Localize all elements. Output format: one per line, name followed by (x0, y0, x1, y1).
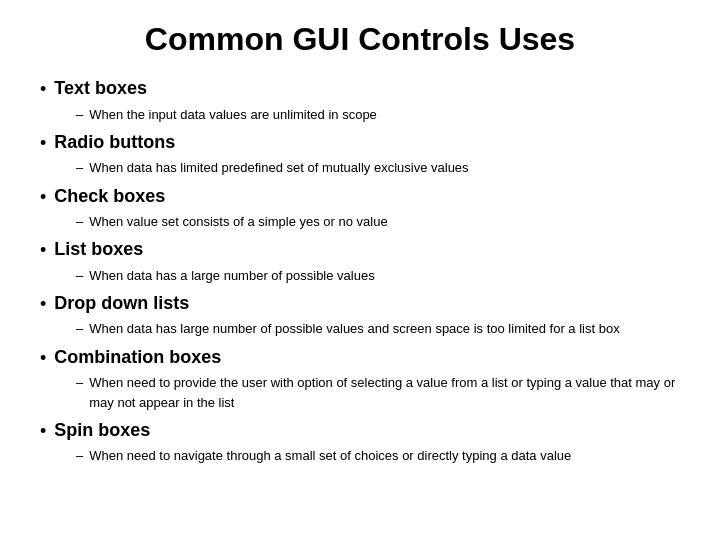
bullet-icon: • (40, 419, 46, 444)
item-label: Check boxes (54, 184, 165, 209)
sub-text: When data has a large number of possible… (89, 266, 374, 286)
item-label: Spin boxes (54, 418, 150, 443)
content-list: •Text boxes–When the input data values a… (40, 76, 680, 465)
sub-text: When the input data values are unlimited… (89, 105, 377, 125)
list-item: •Combination boxes–When need to provide … (40, 345, 680, 412)
sub-dash: – (76, 266, 83, 286)
item-label: Drop down lists (54, 291, 189, 316)
slide-title: Common GUI Controls Uses (40, 20, 680, 58)
list-item: •Text boxes–When the input data values a… (40, 76, 680, 124)
sub-list-item: –When data has a large number of possibl… (76, 266, 680, 286)
item-label: Radio buttons (54, 130, 175, 155)
sub-dash: – (76, 319, 83, 339)
bullet-icon: • (40, 238, 46, 263)
sub-text: When value set consists of a simple yes … (89, 212, 387, 232)
bullet-icon: • (40, 77, 46, 102)
sub-list-item: –When data has limited predefined set of… (76, 158, 680, 178)
slide: Common GUI Controls Uses •Text boxes–Whe… (0, 0, 720, 540)
list-item: •Check boxes–When value set consists of … (40, 184, 680, 232)
sub-list-item: –When the input data values are unlimite… (76, 105, 680, 125)
item-label: List boxes (54, 237, 143, 262)
sub-dash: – (76, 446, 83, 466)
sub-dash: – (76, 158, 83, 178)
sub-list-item: –When need to navigate through a small s… (76, 446, 680, 466)
sub-dash: – (76, 212, 83, 232)
sub-list-item: –When need to provide the user with opti… (76, 373, 680, 412)
bullet-icon: • (40, 346, 46, 371)
sub-text: When need to provide the user with optio… (89, 373, 680, 412)
sub-list-item: –When value set consists of a simple yes… (76, 212, 680, 232)
bullet-icon: • (40, 185, 46, 210)
sub-list-item: –When data has large number of possible … (76, 319, 680, 339)
sub-text: When data has large number of possible v… (89, 319, 619, 339)
sub-dash: – (76, 105, 83, 125)
list-item: •Radio buttons–When data has limited pre… (40, 130, 680, 178)
list-item: •Spin boxes–When need to navigate throug… (40, 418, 680, 466)
list-item: •Drop down lists–When data has large num… (40, 291, 680, 339)
bullet-icon: • (40, 131, 46, 156)
list-item: •List boxes–When data has a large number… (40, 237, 680, 285)
item-label: Text boxes (54, 76, 147, 101)
bullet-icon: • (40, 292, 46, 317)
sub-text: When need to navigate through a small se… (89, 446, 571, 466)
sub-dash: – (76, 373, 83, 393)
sub-text: When data has limited predefined set of … (89, 158, 468, 178)
item-label: Combination boxes (54, 345, 221, 370)
